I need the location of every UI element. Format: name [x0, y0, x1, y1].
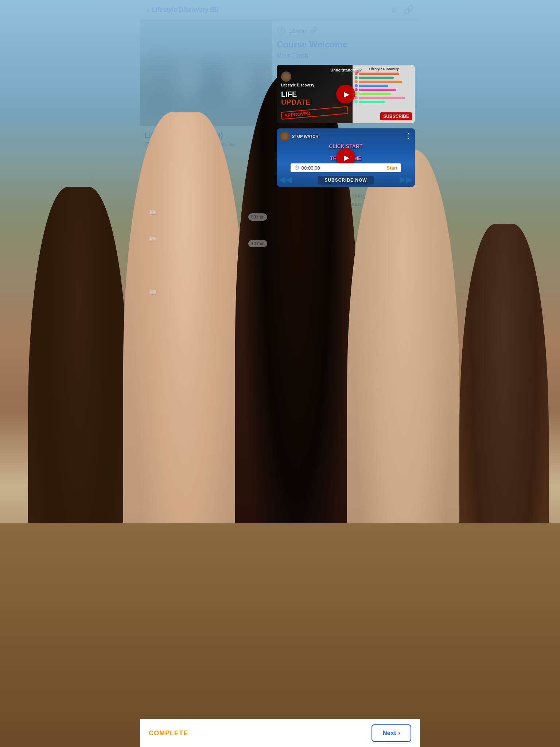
timer-bar-time: 00:00:00 — [302, 165, 385, 171]
chart-title: Lifestyle Discovery — [355, 67, 413, 71]
subscribe-now-badge[interactable]: SUBSCRIBE NOW — [318, 176, 373, 185]
channel-name-text: Lifestyle Discovery — [281, 83, 348, 87]
book-icon: 📖 — [149, 236, 157, 243]
video-thumbnail-1[interactable]: Lifestyle Discovery LIFE UPDATE APPROVED… — [277, 65, 415, 123]
main-content: Lifestyle Discovery (B) (B = Build) Focu… — [140, 20, 420, 309]
thumb1-bg: Lifestyle Discovery LIFE UPDATE APPROVED… — [277, 65, 415, 123]
timer-bar-start[interactable]: Start — [386, 165, 397, 171]
course-hero-image — [140, 20, 272, 126]
duration-badge: 10 min — [248, 240, 267, 247]
channel-avatar-2 — [280, 131, 290, 142]
video-thumbnail-2[interactable]: STOP WATCH ⋮ CLICK START & TRACK TIME ⏱ … — [277, 128, 415, 187]
chart-bars — [355, 72, 413, 103]
more-options-icon[interactable]: ⋮ — [338, 67, 346, 76]
channel-name-2: STOP WATCH — [292, 134, 318, 139]
timer-bar: ⏱ 00:00:00 Start — [291, 163, 401, 172]
more-options-icon-2[interactable]: ⋮ — [405, 131, 412, 140]
speaker-left-icon: ◀◀ — [279, 174, 292, 185]
timer-clock-icon: ⏱ — [294, 165, 299, 171]
speaker-right-icon: ▶▶ — [400, 174, 413, 185]
left-column: Lifestyle Discovery (B) (B = Build) Focu… — [140, 20, 272, 309]
duration-badge: 00 min — [248, 213, 267, 221]
understanding-text: Understanding? — [330, 68, 361, 72]
thumb2-bg: STOP WATCH ⋮ CLICK START & TRACK TIME ⏱ … — [277, 128, 415, 187]
book-icon: 📖 — [149, 289, 157, 296]
subscribe-badge-1[interactable]: SUBSCRIBE — [380, 112, 412, 120]
channel-avatar — [281, 71, 291, 82]
book-icon: 📖 — [149, 209, 157, 216]
approved-stamp: APPROVED — [281, 106, 349, 120]
channel-row-2: STOP WATCH — [280, 131, 318, 142]
play-button-1[interactable] — [336, 85, 355, 104]
